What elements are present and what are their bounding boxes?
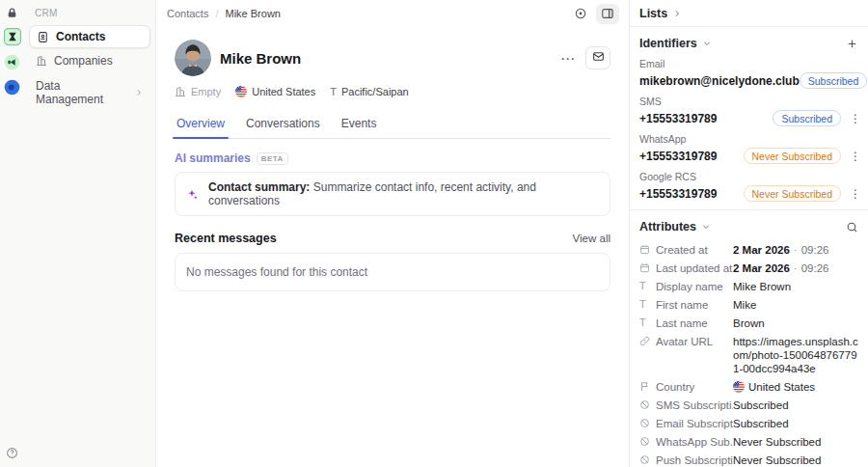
app-rail-bottom <box>6 447 18 459</box>
attribute-value: 2 Mar 2026 · 09:26 <box>733 261 858 275</box>
breadcrumb-contacts[interactable]: Contacts <box>167 8 208 19</box>
attribute-label: Country <box>656 380 733 394</box>
attribute-row[interactable]: Email Subscript... Subscribed <box>639 414 858 432</box>
attributes-toggle[interactable]: Attributes <box>639 220 711 234</box>
lists-header[interactable]: Lists <box>630 0 868 27</box>
attribute-value: Mike <box>733 298 858 312</box>
toggle-right-panel-icon[interactable] <box>596 4 619 24</box>
company-tag[interactable]: Empty <box>175 86 221 97</box>
attribute-value: Mike Brown <box>733 280 858 293</box>
channels-app-icon[interactable] <box>4 79 20 96</box>
identifiers-header: Identifiers <box>630 27 868 56</box>
target-icon[interactable] <box>569 4 592 24</box>
attribute-value: https://images.unsplash.com/photo-150064… <box>733 335 858 375</box>
envelope-icon <box>592 50 605 66</box>
sidebar-item-companies[interactable]: Companies <box>29 50 150 71</box>
sidebar-item-data-management[interactable]: Data Management <box>29 73 150 110</box>
avatar <box>175 40 211 76</box>
attribute-row[interactable]: Push Subscripti... Never Subscribed <box>639 451 858 467</box>
us-flag-icon <box>235 86 247 97</box>
timezone-tag-label: Pacific/Saipan <box>341 86 409 97</box>
send-email-button[interactable] <box>585 46 610 69</box>
topbar-actions <box>569 4 619 24</box>
lists-label: Lists <box>639 7 667 20</box>
sidebar: CRM Contacts Companies Data Management <box>24 0 156 467</box>
sidebar-item-label: Contacts <box>56 30 105 43</box>
beta-badge: BETA <box>257 152 288 165</box>
tab-overview[interactable]: Overview <box>175 112 227 138</box>
country-tag-label: United States <box>252 86 315 97</box>
chevron-right-icon <box>134 88 144 97</box>
ai-summaries-title: AI summaries <box>175 151 251 165</box>
text-icon: T <box>639 280 651 291</box>
recent-messages-empty: No messages found for this contact <box>175 253 610 291</box>
sidebar-item-label: Data Management <box>36 79 127 106</box>
attribute-row[interactable]: Created at 2 Mar 2026 · 09:26 <box>639 240 858 259</box>
attribute-row[interactable]: T Display name Mike Brown <box>639 277 858 295</box>
main-panel: Contacts / Mike Brown Mike Brown ⋯ Empty <box>156 0 630 467</box>
contact-summary-text: Contact summary: Summarize contact info,… <box>208 180 599 207</box>
breadcrumb-bar: Contacts / Mike Brown <box>156 0 629 27</box>
text-icon: T <box>639 298 651 310</box>
link-icon <box>639 335 651 346</box>
attribute-row[interactable]: T First name Mike <box>639 295 858 314</box>
contact-summary-card[interactable]: Contact summary: Summarize contact info,… <box>175 172 610 216</box>
crm-app-icon[interactable] <box>4 28 21 45</box>
identifier-item: Email mikebrown@nicelydone.club Subscrib… <box>630 58 868 94</box>
sidebar-section-label: CRM <box>29 6 150 25</box>
breadcrumb-separator: / <box>215 8 218 19</box>
kebab-menu-icon[interactable]: ⋮ <box>850 151 858 162</box>
attribute-row[interactable]: Avatar URL https://images.unsplash.com/p… <box>639 332 858 377</box>
attribute-row[interactable]: WhatsApp Sub... Never Subscribed <box>639 432 858 451</box>
recent-messages-title: Recent messages <box>175 232 277 245</box>
identifier-item: WhatsApp +15553319789 Never Subscribed ⋮ <box>630 133 868 169</box>
attributes-title: Attributes <box>639 220 696 234</box>
ai-summaries-header: AI summaries BETA <box>175 151 610 165</box>
subscription-icon <box>639 453 651 465</box>
timezone-icon: T <box>330 87 337 97</box>
subscription-icon <box>639 398 651 410</box>
kebab-menu-icon[interactable]: ⋮ <box>850 188 858 200</box>
help-icon[interactable] <box>6 447 18 459</box>
country-tag[interactable]: United States <box>235 86 315 97</box>
company-tag-label: Empty <box>191 86 221 97</box>
attribute-value: Subscribed <box>733 398 858 412</box>
identifiers-toggle[interactable]: Identifiers <box>639 37 712 50</box>
identifier-item: Google RCS +15553319789 Never Subscribed… <box>630 171 868 206</box>
add-identifier-button[interactable] <box>846 38 858 50</box>
attribute-value: United States <box>733 380 858 394</box>
attribute-row[interactable]: Last updated at 2 Mar 2026 · 09:26 <box>639 259 858 277</box>
search-attributes-button[interactable] <box>846 221 858 234</box>
tabs: Overview Conversations Events <box>175 112 610 139</box>
identifier-value: +15553319789 <box>639 112 773 125</box>
recent-messages-header: Recent messages View all <box>175 232 610 245</box>
text-icon: T <box>639 316 651 328</box>
timezone-tag[interactable]: T Pacific/Saipan <box>330 86 408 97</box>
attribute-label: SMS Subscripti... <box>656 398 733 412</box>
attribute-row[interactable]: Country United States <box>639 377 858 396</box>
kebab-menu-icon[interactable]: ⋮ <box>850 113 858 124</box>
breadcrumb: Contacts / Mike Brown <box>167 8 281 19</box>
media-app-icon[interactable] <box>4 54 20 70</box>
tab-events[interactable]: Events <box>339 112 379 138</box>
identifier-type: Google RCS <box>639 171 858 182</box>
sidebar-item-contacts[interactable]: Contacts <box>29 25 150 48</box>
contact-actions: ⋯ <box>556 46 610 69</box>
attribute-label: Last name <box>656 316 733 330</box>
more-actions-button[interactable]: ⋯ <box>556 51 579 66</box>
attribute-row[interactable]: SMS Subscripti... Subscribed <box>639 396 858 414</box>
tab-conversations[interactable]: Conversations <box>244 112 322 138</box>
details-panel: Lists Identifiers Email mikebrown@nicely… <box>630 0 868 467</box>
attribute-label: Push Subscripti... <box>656 453 733 467</box>
calendar-icon <box>639 243 651 255</box>
identifiers-list: Email mikebrown@nicelydone.club Subscrib… <box>630 56 868 206</box>
attribute-value: Subscribed <box>733 417 858 430</box>
contact-card-icon <box>37 31 49 43</box>
building-icon <box>175 86 186 97</box>
subscription-icon <box>639 417 651 428</box>
calendar-icon <box>639 261 651 273</box>
attribute-row[interactable]: T Last name Brown <box>639 314 858 332</box>
workspace-icon[interactable] <box>6 7 18 19</box>
attribute-value: Never Subscribed <box>733 453 858 467</box>
view-all-link[interactable]: View all <box>573 233 610 244</box>
